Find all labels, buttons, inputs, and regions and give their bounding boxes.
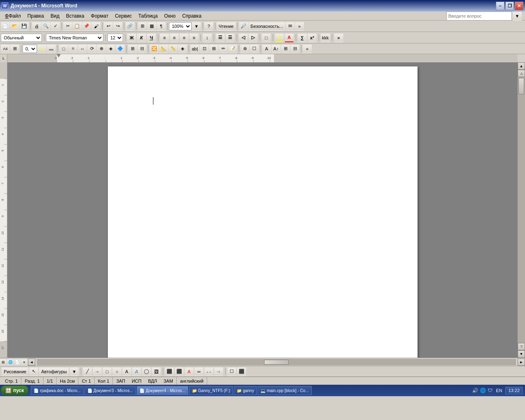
scroll-up-btn[interactable]: ▲ [518, 62, 525, 70]
t3-b7[interactable]: ⊕ [97, 44, 106, 53]
view-print-btn[interactable]: 📄 [14, 359, 21, 365]
fill-color-btn[interactable]: ⬛ [165, 367, 174, 376]
hyperlink-btn[interactable]: 🔗 [126, 22, 135, 31]
align-center-btn[interactable]: ≡ [170, 33, 179, 42]
align-left-btn[interactable]: ≡ [160, 33, 169, 42]
t3-b26[interactable]: ⊟ [290, 44, 299, 53]
copy-btn[interactable]: 📋 [73, 22, 82, 31]
t3-b14[interactable]: 📏 [169, 44, 178, 53]
taskbar-item-4[interactable]: 📁 ganny [234, 386, 257, 395]
border-style-btn[interactable]: ▬ [47, 44, 56, 53]
italic-btn[interactable]: К [137, 33, 146, 42]
view-normal-btn[interactable]: ⊞ [0, 359, 7, 365]
font-color-draw-btn[interactable]: A [185, 367, 194, 376]
show-hide-btn[interactable]: ¶ [157, 22, 166, 31]
menu-file[interactable]: ФФайл [2, 11, 24, 20]
textbox-btn[interactable]: A [122, 367, 131, 376]
spellcheck-btn[interactable]: ✓ [51, 22, 60, 31]
undo-btn[interactable]: ↩ [104, 22, 113, 31]
wordart-btn[interactable]: A [132, 367, 141, 376]
border-btn[interactable]: □ [262, 33, 271, 42]
taskbar-item-5[interactable]: 💻 main.cpp [block] - Co... [258, 386, 311, 395]
t3-b24[interactable]: A↑ [272, 44, 281, 53]
t3-b17[interactable]: ⊡ [200, 44, 209, 53]
autoshapes-dropdown[interactable]: ▼ [70, 367, 79, 376]
t3-b5[interactable]: ↔ [78, 44, 87, 53]
t3-b22[interactable]: ☐ [250, 44, 259, 53]
formula-btn[interactable]: ∑ [298, 33, 307, 42]
t3-b11[interactable]: ⊟ [137, 44, 146, 53]
h-scroll-thumb[interactable] [264, 360, 289, 365]
t3-b21[interactable]: ⊛ [240, 44, 249, 53]
taskbar-item-2[interactable]: 📄 Документ4 - Micros... [137, 386, 188, 395]
bullets-btn[interactable]: ☰ [226, 33, 235, 42]
minimize-button[interactable]: – [496, 2, 504, 10]
t3-b4[interactable]: ⌗ [68, 44, 78, 53]
research-btn[interactable]: 🔎 [239, 22, 248, 31]
t3-btn2[interactable]: ⊞ [10, 44, 19, 53]
taskbar-item-3[interactable]: 📁 Ganny_NTF5 (F:) [189, 386, 233, 395]
menu-format[interactable]: Формат [88, 11, 112, 20]
more-btn[interactable]: » [295, 22, 304, 31]
arrow-style-btn[interactable]: → [214, 367, 223, 376]
print-btn[interactable]: 🖨 [32, 22, 41, 31]
preview-btn[interactable]: 🔍 [41, 22, 50, 31]
bold-btn[interactable]: Ж [127, 33, 136, 42]
start-button[interactable]: 🪟 пуск [1, 386, 28, 395]
save-btn[interactable]: 💾 [20, 22, 29, 31]
menu-help[interactable]: Справка [179, 11, 205, 20]
t3-b18[interactable]: ⊞ [209, 44, 218, 53]
scroll-track-v[interactable] [518, 77, 525, 343]
t3-b8[interactable]: ◈ [106, 44, 115, 53]
t3-b16[interactable]: ab| [190, 44, 199, 53]
font-select[interactable]: Times New Roman [46, 34, 103, 42]
arrow-btn[interactable]: → [93, 367, 102, 376]
menu-window[interactable]: Окно [161, 11, 179, 20]
fontcolor-btn[interactable]: A [285, 33, 294, 42]
h-scroll-track[interactable] [37, 359, 516, 365]
mail-btn[interactable]: ✉ [285, 22, 294, 31]
format-painter-btn[interactable]: 🖌 [91, 22, 100, 31]
table-btn[interactable]: ⊞ [138, 22, 147, 31]
line-style-btn[interactable]: ═ [194, 367, 203, 376]
columns-btn[interactable]: ▦ [147, 22, 156, 31]
line-spacing-btn[interactable]: ↕ [203, 33, 212, 42]
diagram-btn[interactable]: ◯ [142, 367, 151, 376]
style-select[interactable]: Обычный [1, 34, 42, 42]
scroll-down-btn[interactable]: ▼ [518, 350, 525, 358]
scroll-page-down[interactable]: ▽ [518, 343, 525, 350]
fontsize-select[interactable]: 12 [107, 34, 123, 42]
help-dropdown[interactable]: ▼ [513, 11, 522, 21]
t3-b15[interactable]: ◈ [178, 44, 187, 53]
view-web-btn[interactable]: 🌐 [7, 359, 14, 365]
scroll-right-btn[interactable]: ► [518, 358, 525, 366]
scroll-page-up[interactable]: △ [518, 70, 525, 77]
menu-edit[interactable]: Правка [24, 11, 48, 20]
scroll-left-btn[interactable]: ◄ [28, 358, 35, 366]
3d-btn[interactable]: ⬛ [237, 367, 246, 376]
close-button[interactable]: ✕ [515, 2, 523, 10]
t3-b20[interactable]: 📝 [228, 44, 237, 53]
reading-btn[interactable]: Чтение [217, 22, 236, 31]
help-input[interactable] [446, 11, 512, 21]
decrease-indent-btn[interactable]: ◁ [239, 33, 248, 42]
draw-cursor[interactable]: ↖ [29, 367, 38, 376]
paste-btn[interactable]: 📌 [82, 22, 91, 31]
equation-btn[interactable]: x² [308, 33, 317, 42]
t3-b23[interactable]: A [262, 44, 271, 53]
autoshapes-btn[interactable]: Автофигуры [39, 367, 69, 376]
restore-button[interactable]: ❐ [505, 2, 514, 10]
t3-more[interactable]: » [303, 44, 312, 53]
t3-b25[interactable]: ⊞ [281, 44, 290, 53]
border-width-select[interactable]: 0,5 [23, 45, 37, 53]
shadow-btn[interactable]: ☐ [227, 367, 236, 376]
open-btn[interactable]: 📂 [10, 22, 19, 31]
canvas-area[interactable] [7, 62, 518, 358]
redo-btn[interactable]: ↪ [113, 22, 122, 31]
t3-b13[interactable]: 📐 [159, 44, 168, 53]
view-outline-btn[interactable]: ≡ [21, 359, 27, 365]
cut-btn[interactable]: ✂ [63, 22, 72, 31]
t3-b19[interactable]: ✏ [219, 44, 228, 53]
t3-b12[interactable]: 🔀 [150, 44, 159, 53]
line-color-btn[interactable]: ⬛ [175, 367, 184, 376]
